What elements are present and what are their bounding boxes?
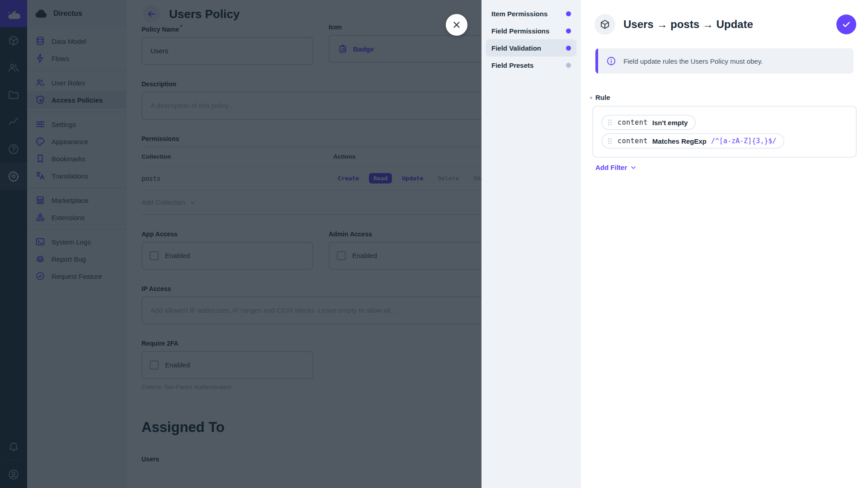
drawer-nav: Item Permissions Field Permissions Field… <box>481 0 581 488</box>
info-banner: Field update rules the Users Policy must… <box>595 48 854 74</box>
close-icon <box>452 20 462 30</box>
add-filter-label: Add Filter <box>595 164 627 171</box>
drawer-nav-label: Field Permissions <box>491 27 549 35</box>
banner-text: Field update rules the Users Policy must… <box>623 57 763 65</box>
drawer-nav-label: Field Presets <box>491 61 533 69</box>
filter-row[interactable]: content Isn't empty <box>601 115 696 130</box>
info-circle-icon <box>606 56 616 66</box>
status-dot-inactive <box>566 63 571 68</box>
status-dot-active <box>566 46 571 51</box>
chevron-down-icon <box>630 164 637 171</box>
status-dot-active <box>566 28 571 33</box>
drawer-nav-field-validation[interactable]: Field Validation <box>486 39 576 56</box>
filter-value-regexp[interactable]: /^[a-zA-Z]{3,}$/ <box>711 137 777 145</box>
filter-operator[interactable]: Isn't empty <box>652 119 688 127</box>
filter-field-name[interactable]: content <box>618 118 648 127</box>
drawer-nav-label: Item Permissions <box>491 10 547 18</box>
banner-accent-bar <box>595 48 598 74</box>
drawer-main: Users → posts → Update Field update rule… <box>581 0 868 488</box>
add-filter-button[interactable]: Add Filter <box>595 164 637 171</box>
save-button[interactable] <box>836 14 856 34</box>
drawer-nav-item-permissions[interactable]: Item Permissions <box>486 5 576 22</box>
rule-field-label: Rule <box>595 94 854 101</box>
filter-field-name[interactable]: content <box>618 137 648 145</box>
cube-icon <box>599 19 610 30</box>
drag-handle-icon[interactable] <box>607 137 613 145</box>
filter-operator[interactable]: Matches RegExp <box>652 137 707 145</box>
drawer-nav-label: Field Validation <box>491 44 541 52</box>
drawer-nav-field-presets[interactable]: Field Presets <box>486 56 576 74</box>
filter-row[interactable]: content Matches RegExp /^[a-zA-Z]{3,}$/ <box>601 133 784 149</box>
directus-app: Directus Data Model Flows User Roles <box>0 0 868 488</box>
filter-rule-box: content Isn't empty content Matches RegE… <box>592 106 857 158</box>
drawer-close-button[interactable] <box>446 14 467 36</box>
drag-handle-icon[interactable] <box>607 119 613 126</box>
status-dot-active <box>566 11 571 16</box>
drawer-nav-field-permissions[interactable]: Field Permissions <box>486 22 576 39</box>
drawer-header: Users → posts → Update <box>581 0 868 35</box>
drawer-title-icon-circle <box>594 14 615 35</box>
drawer-title: Users → posts → Update <box>623 18 753 31</box>
check-icon <box>841 19 851 29</box>
